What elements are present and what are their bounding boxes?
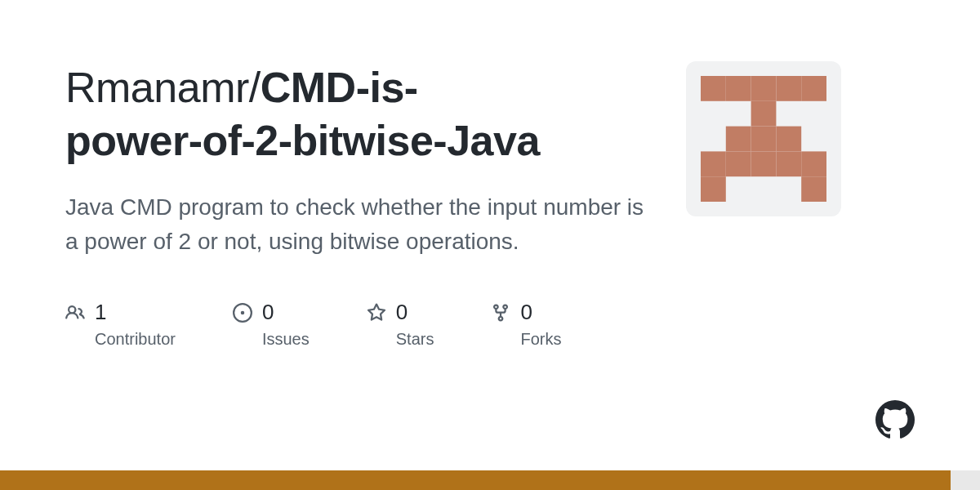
- stats-row: 1 Contributor 0 Issues: [65, 300, 653, 349]
- svg-rect-7: [751, 127, 777, 152]
- people-icon: [65, 303, 85, 323]
- stat-forks[interactable]: 0 Forks: [491, 300, 561, 349]
- stat-contributors-label: Contributor: [95, 330, 176, 349]
- repo-name-part2[interactable]: power-of-2-bitwise-Java: [65, 117, 540, 164]
- github-logo-icon[interactable]: [875, 400, 915, 439]
- stat-issues-count: 0: [262, 300, 274, 325]
- repo-separator: /: [249, 64, 261, 111]
- svg-rect-6: [726, 127, 751, 152]
- identicon-icon: [701, 76, 826, 202]
- svg-rect-8: [776, 127, 801, 152]
- repo-name-part1[interactable]: CMD-is-: [261, 64, 418, 111]
- issue-icon: [233, 303, 252, 323]
- svg-rect-1: [726, 76, 751, 101]
- fork-icon: [491, 303, 510, 323]
- repo-owner[interactable]: Rmanamr: [65, 64, 249, 111]
- svg-rect-13: [801, 151, 826, 176]
- main-content: Rmanamr/CMD-is-power-of-2-bitwise-Java J…: [65, 61, 653, 349]
- stat-forks-top: 0: [491, 300, 561, 325]
- stat-stars-count: 0: [396, 300, 408, 325]
- svg-rect-9: [701, 151, 726, 176]
- svg-rect-3: [776, 76, 801, 101]
- svg-rect-0: [701, 76, 726, 101]
- stat-stars-top: 0: [367, 300, 434, 325]
- svg-rect-5: [751, 101, 777, 127]
- star-icon: [367, 303, 386, 323]
- language-bar-secondary: [951, 470, 980, 490]
- stat-issues-top: 0: [233, 300, 310, 325]
- repo-avatar: [686, 61, 841, 216]
- svg-rect-10: [726, 151, 751, 176]
- stat-stars[interactable]: 0 Stars: [367, 300, 434, 349]
- stat-forks-count: 0: [520, 300, 532, 325]
- stat-contributors-count: 1: [95, 300, 106, 325]
- svg-rect-14: [701, 176, 726, 202]
- repo-description: Java CMD program to check whether the in…: [65, 190, 653, 259]
- stat-contributors[interactable]: 1 Contributor: [65, 300, 176, 349]
- svg-rect-2: [751, 76, 777, 101]
- stat-issues[interactable]: 0 Issues: [233, 300, 310, 349]
- svg-rect-4: [801, 76, 826, 101]
- stat-contributors-top: 1: [65, 300, 176, 325]
- language-bar-primary: [0, 470, 951, 490]
- svg-rect-12: [776, 151, 801, 176]
- repo-title: Rmanamr/CMD-is-power-of-2-bitwise-Java: [65, 61, 653, 167]
- stat-stars-label: Stars: [396, 330, 434, 349]
- stat-forks-label: Forks: [520, 330, 561, 349]
- svg-rect-15: [801, 176, 826, 202]
- svg-rect-11: [751, 151, 777, 176]
- stat-issues-label: Issues: [262, 330, 310, 349]
- language-bar: [0, 470, 980, 490]
